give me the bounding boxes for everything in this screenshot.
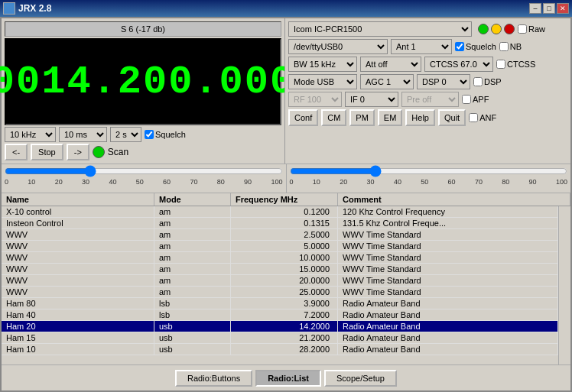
table-row[interactable]: Ham 15 usb 21.2000 Radio Amateur Band bbox=[2, 332, 558, 344]
cell-mode: usb bbox=[154, 344, 231, 355]
raw-checkbox[interactable] bbox=[518, 24, 527, 34]
ctcss-check-label: CTCSS bbox=[496, 60, 535, 69]
col-comment-header: Comment bbox=[338, 193, 570, 206]
table-wrapper: X-10 control am 0.1200 120 Khz Control F… bbox=[2, 206, 570, 364]
radio-list-button[interactable]: Radio:List bbox=[255, 370, 321, 387]
port-row: /dev/ttyUSB0/dev/ttyUSB1COM1 Ant 1Ant 2 … bbox=[288, 39, 567, 54]
if-select[interactable]: IF 0IF 1IF 2 bbox=[345, 92, 398, 107]
table-row[interactable]: Ham 10 usb 28.2000 Radio Amateur Band bbox=[2, 344, 558, 355]
close-button[interactable]: ✕ bbox=[557, 3, 569, 14]
nb-checkbox[interactable] bbox=[499, 42, 509, 51]
cell-mode: am bbox=[154, 252, 231, 263]
status-lights bbox=[478, 24, 515, 34]
cell-freq: 0.1200 bbox=[231, 206, 338, 217]
frequency-value: 0014.200.000 bbox=[0, 60, 295, 105]
squelch-check-label: Squelch bbox=[145, 130, 186, 139]
rf-select[interactable]: RF 100RF 50 bbox=[288, 92, 342, 107]
cell-mode: am bbox=[154, 206, 231, 217]
rf-row: RF 100RF 50 IF 0IF 1IF 2 Pre offPre on A… bbox=[288, 92, 567, 107]
time-select[interactable]: 10 ms50 ms100 ms bbox=[59, 127, 107, 142]
nb-text: NB bbox=[510, 42, 522, 51]
cell-name: WWV bbox=[2, 275, 154, 286]
cell-mode: am bbox=[154, 287, 231, 297]
table-row[interactable]: WWV am 10.0000 WWV Time Standard bbox=[2, 252, 558, 264]
cell-freq: 28.2000 bbox=[231, 344, 338, 355]
left-slider[interactable] bbox=[5, 166, 283, 177]
squelch-checkbox[interactable] bbox=[145, 130, 154, 139]
cell-mode: am bbox=[154, 275, 231, 286]
right-slider[interactable] bbox=[290, 166, 568, 177]
cell-mode: lsb bbox=[154, 309, 231, 320]
table-row[interactable]: X-10 control am 0.1200 120 Khz Control F… bbox=[2, 206, 558, 218]
light-green bbox=[478, 24, 489, 34]
cell-name: Ham 10 bbox=[2, 344, 154, 355]
squelch-right-checkbox[interactable] bbox=[455, 42, 464, 51]
cell-freq: 20.0000 bbox=[231, 275, 338, 286]
table-row[interactable]: Ham 80 lsb 3.9000 Radio Amateur Band bbox=[2, 298, 558, 309]
cell-mode: am bbox=[154, 241, 231, 251]
title-bar-title: JRX 2.8 bbox=[3, 2, 51, 15]
att-select[interactable]: Att offAtt 10Att 20 bbox=[360, 57, 421, 72]
cell-comment: 120 Khz Control Frequency bbox=[338, 206, 558, 217]
table-row[interactable]: Insteon Control am 0.1315 131.5 Khz Cont… bbox=[2, 218, 558, 229]
help-button[interactable]: Help bbox=[405, 109, 435, 126]
em-button[interactable]: EM bbox=[378, 109, 403, 126]
scope-setup-button[interactable]: Scope/Setup bbox=[324, 370, 397, 387]
app-icon bbox=[3, 2, 15, 15]
table-body[interactable]: X-10 control am 0.1200 120 Khz Control F… bbox=[2, 206, 558, 364]
step-select[interactable]: 10 kHz1 kHz5 kHz100 kHz bbox=[5, 127, 56, 142]
device-select[interactable]: Icom IC-PCR1500RTL-SDRHackRF bbox=[288, 21, 472, 37]
light-yellow bbox=[491, 24, 502, 34]
stop-button[interactable]: Stop bbox=[31, 144, 63, 160]
scrollbar[interactable] bbox=[558, 206, 570, 364]
pm-button[interactable]: PM bbox=[349, 109, 375, 126]
cell-mode: am bbox=[154, 264, 231, 274]
table-row[interactable]: WWV am 20.0000 WWV Time Standard bbox=[2, 275, 558, 287]
radio-buttons-button[interactable]: Radio:Buttons bbox=[175, 370, 252, 387]
dsp-select[interactable]: DSP 0DSP 1DSP 2 bbox=[417, 74, 470, 89]
agc-select[interactable]: AGC 1AGC 2AGC 3 bbox=[360, 74, 414, 89]
squelch-label: Squelch bbox=[155, 130, 186, 139]
apf-checkbox[interactable] bbox=[462, 95, 471, 104]
cm-button[interactable]: CM bbox=[321, 109, 346, 126]
table-row[interactable]: Ham 20 usb 14.2000 Radio Amateur Band bbox=[2, 321, 558, 332]
table-section: Name Mode Frequency MHz Comment X-10 con… bbox=[2, 193, 570, 364]
frequency-display: 0014.200.000 bbox=[5, 38, 281, 125]
cell-mode: usb bbox=[154, 321, 231, 332]
cell-comment: WWV Time Standard bbox=[338, 241, 558, 251]
col-name-header: Name bbox=[2, 193, 154, 206]
col-freq-header: Frequency MHz bbox=[231, 193, 338, 206]
signal-bar: S 6 (-17 db) bbox=[5, 21, 281, 37]
ctcss-select[interactable]: CTCSS 67.0CTCSS 71.9CTCSS 77.0 bbox=[424, 57, 493, 72]
anf-checkbox[interactable] bbox=[469, 113, 478, 122]
controls-row-2: <- Stop -> Scan bbox=[5, 144, 281, 160]
pre-select[interactable]: Pre offPre on bbox=[401, 92, 459, 107]
ant-select[interactable]: Ant 1Ant 2 bbox=[391, 39, 452, 54]
cell-comment: Radio Amateur Band bbox=[338, 332, 558, 343]
maximize-button[interactable]: □ bbox=[543, 3, 555, 14]
dwell-select[interactable]: 2 s1 s5 s bbox=[110, 127, 141, 142]
table-row[interactable]: WWV am 5.0000 WWV Time Standard bbox=[2, 241, 558, 252]
table-row[interactable]: WWV am 15.0000 WWV Time Standard bbox=[2, 264, 558, 275]
conf-button[interactable]: Conf bbox=[288, 109, 318, 126]
quit-button[interactable]: Quit bbox=[438, 109, 466, 126]
cell-mode: am bbox=[154, 229, 231, 240]
cell-name: Insteon Control bbox=[2, 218, 154, 228]
minimize-button[interactable]: – bbox=[529, 3, 541, 14]
mode-select[interactable]: Mode USBMode AMMode FMMode LSB bbox=[288, 74, 357, 89]
bw-select[interactable]: BW 15 kHzBW 30 kHzBW 50 kHz bbox=[288, 57, 357, 72]
ctcss-checkbox[interactable] bbox=[496, 60, 505, 69]
ctcss-label-text: CTCSS bbox=[507, 60, 535, 69]
sliders-section: 01020 304050 607080 90100 01020 304050 6… bbox=[2, 164, 570, 193]
table-row[interactable]: Ham 40 lsb 7.2000 Radio Amateur Band bbox=[2, 309, 558, 321]
dsp-checkbox[interactable] bbox=[473, 77, 483, 86]
fwd-button[interactable]: -> bbox=[67, 144, 89, 160]
table-row[interactable]: WWV am 25.0000 WWV Time Standard bbox=[2, 287, 558, 298]
cell-name: Ham 15 bbox=[2, 332, 154, 343]
back-button[interactable]: <- bbox=[5, 144, 28, 160]
table-row[interactable]: WWV am 2.5000 WWV Time Standard bbox=[2, 229, 558, 241]
port-select[interactable]: /dev/ttyUSB0/dev/ttyUSB1COM1 bbox=[288, 39, 388, 54]
raw-check-label: Raw bbox=[518, 24, 545, 34]
cell-comment: Radio Amateur Band bbox=[338, 309, 558, 320]
cell-freq: 3.9000 bbox=[231, 298, 338, 309]
